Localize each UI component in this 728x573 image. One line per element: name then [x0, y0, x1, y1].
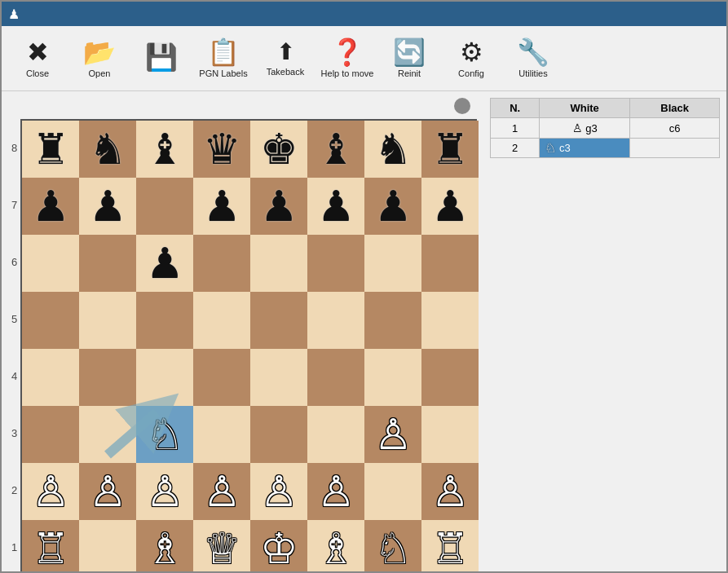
cell-h4[interactable]	[421, 349, 479, 406]
cell-c5[interactable]	[136, 292, 193, 349]
cell-d3[interactable]	[193, 406, 250, 463]
cell-g2[interactable]	[364, 463, 421, 520]
cell-h8[interactable]: ♜	[421, 121, 479, 178]
cell-a2[interactable]: ♙	[22, 463, 79, 520]
cell-d6[interactable]	[193, 235, 250, 292]
cell-c1[interactable]: ♗	[136, 520, 193, 571]
cell-h1[interactable]: ♖	[421, 520, 479, 571]
cell-g7[interactable]: ♟	[364, 178, 421, 235]
cell-h6[interactable]	[421, 235, 479, 292]
rank-labels: 8 7 6 5 4 3 2 1	[11, 119, 20, 571]
cell-b4[interactable]	[79, 349, 136, 406]
move-white-2[interactable]: ♘ c3	[540, 139, 630, 158]
cell-c2[interactable]: ♙	[136, 463, 193, 520]
cell-e4[interactable]	[250, 349, 307, 406]
cell-f3[interactable]	[307, 406, 364, 463]
toolbar: ✖ Close 📂 Open 💾 📋 PGN Labels ⬆ Takeback…	[2, 26, 726, 91]
cell-c7[interactable]	[136, 178, 193, 235]
piece-d7: ♟	[203, 185, 241, 227]
white-knight-icon-2: ♘	[545, 140, 556, 156]
cell-g8[interactable]: ♞	[364, 121, 421, 178]
cell-b1[interactable]	[79, 520, 136, 571]
cell-b8[interactable]: ♞	[79, 121, 136, 178]
utilities-button[interactable]: 🔧 Utilities	[504, 30, 563, 87]
cell-c6[interactable]: ♟	[136, 235, 193, 292]
cell-h7[interactable]: ♟	[421, 178, 479, 235]
cell-b2[interactable]: ♙	[79, 463, 136, 520]
config-label: Config	[458, 68, 484, 78]
cell-g1[interactable]: ♘	[364, 520, 421, 571]
open-button[interactable]: 📂 Open	[70, 30, 129, 87]
chessboard[interactable]: ♜♞♝♛♚♝♞♜♟♟♟♟♟♟♟♟♘♙♙♙♙♙♙♙♙♖♗♕♔♗♘♖	[20, 119, 477, 571]
cell-a1[interactable]: ♖	[22, 520, 79, 571]
cell-f8[interactable]: ♝	[307, 121, 364, 178]
cell-e2[interactable]: ♙	[250, 463, 307, 520]
cell-d2[interactable]: ♙	[193, 463, 250, 520]
pgn-labels-button[interactable]: 📋 PGN Labels	[194, 30, 253, 87]
cell-f1[interactable]: ♗	[307, 520, 364, 571]
piece-h1: ♖	[431, 527, 470, 570]
cell-a7[interactable]: ♟	[22, 178, 79, 235]
cell-d7[interactable]: ♟	[193, 178, 250, 235]
piece-h2: ♙	[431, 470, 470, 513]
cell-h3[interactable]	[421, 406, 479, 463]
piece-a7: ♟	[32, 185, 70, 227]
cell-d4[interactable]	[193, 349, 250, 406]
cell-g4[interactable]	[364, 349, 421, 406]
piece-d8: ♛	[203, 128, 241, 170]
cell-c8[interactable]: ♝	[136, 121, 193, 178]
cell-e5[interactable]	[250, 292, 307, 349]
cell-h5[interactable]	[421, 292, 479, 349]
help-to-move-button[interactable]: ❓ Help to move	[318, 30, 377, 87]
col-black: Black	[630, 99, 720, 118]
close-window-button[interactable]	[700, 6, 720, 22]
board-col: ♜♞♝♛♚♝♞♜♟♟♟♟♟♟♟♟♘♙♙♙♙♙♙♙♙♖♗♕♔♗♘♖ a b	[20, 119, 477, 571]
config-button[interactable]: ⚙ Config	[442, 30, 501, 87]
board-area: 8 7 6 5 4 3 2 1 ♜♞♝♛♚♝♞♜♟♟♟♟♟♟♟♟♘♙♙♙♙♙♙♙…	[2, 91, 483, 571]
cell-g3[interactable]: ♙	[364, 406, 421, 463]
cell-g5[interactable]	[364, 292, 421, 349]
takeback-button[interactable]: ⬆ Takeback	[256, 30, 315, 87]
cell-e3[interactable]	[250, 406, 307, 463]
maximize-button[interactable]	[679, 6, 699, 22]
cell-e7[interactable]: ♟	[250, 178, 307, 235]
reinit-button[interactable]: 🔄 Reinit	[380, 30, 439, 87]
cell-a8[interactable]: ♜	[22, 121, 79, 178]
cell-a6[interactable]	[22, 235, 79, 292]
cell-d1[interactable]: ♕	[193, 520, 250, 571]
cell-e6[interactable]	[250, 235, 307, 292]
piece-h7: ♟	[431, 185, 470, 227]
move-black-2[interactable]	[630, 139, 720, 158]
pgn-labels-label: PGN Labels	[199, 68, 247, 78]
cell-a3[interactable]	[22, 406, 79, 463]
piece-g3: ♙	[374, 413, 413, 456]
cell-c4[interactable]	[136, 349, 193, 406]
cell-e1[interactable]: ♔	[250, 520, 307, 571]
close-button[interactable]: ✖ Close	[8, 30, 67, 87]
move-black-1[interactable]: c6	[630, 118, 720, 139]
cell-f2[interactable]: ♙	[307, 463, 364, 520]
cell-a5[interactable]	[22, 292, 79, 349]
cell-d8[interactable]: ♛	[193, 121, 250, 178]
cell-b6[interactable]	[79, 235, 136, 292]
rank-2: 2	[11, 461, 17, 518]
cell-a4[interactable]	[22, 349, 79, 406]
cell-f6[interactable]	[307, 235, 364, 292]
cell-g6[interactable]	[364, 235, 421, 292]
move-row-1: 1 ♙ g3 c6	[491, 118, 720, 139]
cell-b5[interactable]	[79, 292, 136, 349]
sidebar: N. White Black 1 ♙ g3 c6 2 ♘ c3	[483, 91, 726, 571]
piece-g7: ♟	[374, 185, 413, 227]
cell-f5[interactable]	[307, 292, 364, 349]
cell-f7[interactable]: ♟	[307, 178, 364, 235]
cell-b3[interactable]	[79, 406, 136, 463]
cell-b7[interactable]: ♟	[79, 178, 136, 235]
cell-h2[interactable]: ♙	[421, 463, 479, 520]
cell-f4[interactable]	[307, 349, 364, 406]
cell-d5[interactable]	[193, 292, 250, 349]
minimize-button[interactable]	[658, 6, 677, 22]
cell-e8[interactable]: ♚	[250, 121, 307, 178]
cell-c3[interactable]: ♘	[136, 406, 193, 463]
save-as-button[interactable]: 💾	[132, 30, 191, 87]
move-white-1[interactable]: ♙ g3	[540, 118, 630, 139]
